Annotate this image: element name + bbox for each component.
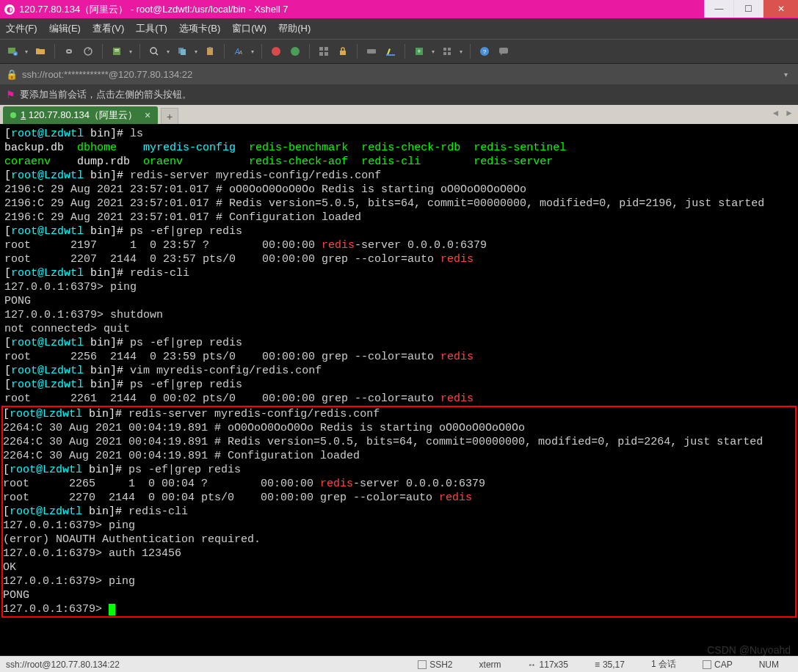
toolbar: + ▾ ▾ ▾ ▾ AA ▾ + ▾ ▾ ? (0, 39, 798, 64)
new-session-icon[interactable]: + (4, 43, 21, 59)
dropdown-icon[interactable]: ▾ (193, 43, 199, 59)
copy-icon[interactable] (174, 43, 190, 59)
lock-icon: 🔒 (6, 69, 18, 80)
menubar: 文件(F) 编辑(E) 查看(V) 工具(T) 选项卡(B) 窗口(W) 帮助(… (0, 18, 798, 39)
terminal[interactable]: [root@Lzdwtl bin]# ls backup.db dbhome m… (0, 124, 798, 656)
svg-rect-23 (386, 54, 395, 56)
svg-rect-11 (207, 48, 213, 55)
status-size: ↔ 117x35 (528, 660, 568, 670)
svg-text:+: + (15, 51, 17, 56)
svg-point-7 (150, 48, 156, 54)
svg-text:?: ? (483, 48, 487, 55)
add-icon[interactable]: + (411, 43, 427, 59)
menu-tabs[interactable]: 选项卡(B) (179, 22, 220, 35)
dropdown-icon[interactable]: ▾ (165, 43, 171, 59)
maximize-button[interactable]: ☐ (733, 0, 763, 18)
hint-bar: ⚑ 要添加当前会话，点击左侧的箭头按钮。 (0, 84, 798, 105)
svg-rect-19 (319, 52, 323, 56)
svg-text:A: A (238, 49, 242, 56)
app-icon: ◐ (4, 4, 15, 15)
watermark: CSDN @Nuyoahd (707, 644, 791, 656)
tab-label: 1 120.77.80.134（阿里云） (21, 109, 137, 122)
svg-rect-26 (443, 48, 446, 51)
window-title: 120.77.80.134（阿里云） - root@Lzdwtl:/usr/lo… (19, 3, 794, 16)
xshell-icon[interactable] (268, 43, 284, 59)
open-icon[interactable] (32, 43, 48, 59)
status-num: NUM (759, 660, 779, 670)
svg-rect-21 (340, 51, 346, 55)
dropdown-icon[interactable]: ▾ (458, 43, 464, 59)
hint-text: 要添加当前会话，点击左侧的箭头按钮。 (20, 88, 192, 101)
svg-rect-17 (319, 47, 323, 51)
svg-rect-29 (448, 52, 451, 55)
chat-icon[interactable] (496, 43, 512, 59)
help-icon[interactable]: ? (476, 43, 493, 59)
reconnect-icon[interactable] (80, 43, 96, 59)
address-text: ssh://root:************@120.77.80.134:22 (22, 69, 192, 80)
svg-rect-10 (181, 49, 186, 55)
lock-icon[interactable] (335, 43, 351, 59)
properties-icon[interactable] (109, 43, 125, 59)
tab-session[interactable]: 1 120.77.80.134（阿里云） × (3, 106, 158, 124)
status-cursor: ≡ 35,17 (595, 660, 625, 670)
minimize-button[interactable]: — (704, 0, 733, 18)
tab-close-icon[interactable]: × (145, 109, 150, 121)
status-term: xterm (479, 660, 501, 670)
svg-rect-12 (208, 47, 211, 48)
tile-icon[interactable] (316, 43, 332, 59)
menu-file[interactable]: 文件(F) (6, 22, 37, 35)
close-button[interactable]: ✕ (763, 0, 798, 18)
dropdown-icon[interactable]: ▾ (128, 43, 134, 59)
dropdown-icon[interactable]: ▾ (780, 70, 792, 78)
svg-rect-5 (115, 49, 119, 50)
cursor (109, 604, 115, 616)
titlebar: ◐ 120.77.80.134（阿里云） - root@Lzdwtl:/usr/… (0, 0, 798, 18)
svg-rect-22 (367, 49, 376, 54)
ssh-icon (418, 660, 427, 669)
status-caps: CAP (703, 660, 733, 670)
svg-rect-32 (499, 48, 508, 54)
menu-help[interactable]: 帮助(H) (278, 22, 311, 35)
status-path: ssh://root@120.77.80.134:22 (6, 660, 120, 670)
dropdown-icon[interactable]: ▾ (430, 43, 436, 59)
status-dot-icon (10, 112, 16, 118)
menu-view[interactable]: 查看(V) (93, 22, 124, 35)
highlight-icon[interactable] (382, 43, 399, 59)
dropdown-icon[interactable]: ▾ (23, 43, 29, 59)
tab-bar: 1 120.77.80.134（阿里云） × + ◄ ► (0, 105, 798, 124)
svg-rect-27 (448, 48, 451, 51)
xftp-icon[interactable] (287, 43, 303, 59)
grid-icon[interactable] (439, 43, 455, 59)
svg-rect-20 (324, 52, 328, 56)
status-bar: ssh://root@120.77.80.134:22 SSH2 xterm ↔… (0, 656, 798, 672)
status-ssh: SSH2 (418, 660, 452, 670)
highlight-box: [root@Lzdwtl bin]# redis-server myredis-… (1, 406, 797, 618)
svg-point-16 (291, 47, 300, 56)
menu-window[interactable]: 窗口(W) (232, 22, 266, 35)
menu-tools[interactable]: 工具(T) (136, 22, 167, 35)
tab-nav[interactable]: ◄ ► (772, 108, 794, 118)
svg-text:+: + (417, 48, 421, 55)
svg-line-8 (156, 53, 158, 55)
paste-icon[interactable] (202, 43, 218, 59)
svg-rect-18 (324, 47, 328, 51)
dropdown-icon[interactable]: ▾ (250, 43, 255, 59)
keyboard-icon[interactable] (363, 43, 380, 59)
flag-icon: ⚑ (6, 89, 15, 101)
menu-edit[interactable]: 编辑(E) (49, 22, 81, 35)
svg-rect-6 (115, 51, 119, 51)
font-icon[interactable]: AA (231, 43, 247, 59)
address-bar[interactable]: 🔒 ssh://root:************@120.77.80.134:… (0, 64, 798, 84)
search-icon[interactable] (146, 43, 162, 59)
add-tab-button[interactable]: + (161, 108, 178, 124)
status-sessions: 1 会话 (651, 658, 676, 671)
svg-point-3 (84, 48, 92, 55)
svg-point-15 (272, 47, 280, 56)
svg-rect-28 (443, 52, 446, 55)
link-icon[interactable] (61, 43, 77, 59)
